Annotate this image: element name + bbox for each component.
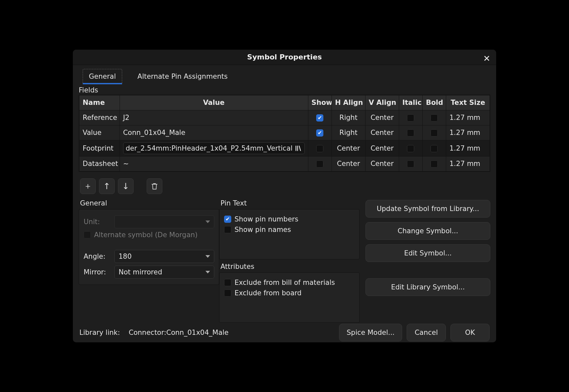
field-name[interactable]: Datasheet — [79, 156, 120, 171]
move-up-button[interactable]: ↑ — [99, 178, 115, 194]
field-bold[interactable] — [422, 140, 446, 156]
table-row[interactable]: Datasheet~CenterCenter1.27 mm — [79, 156, 490, 171]
field-valign[interactable]: Center — [365, 110, 399, 125]
spice-model-button[interactable]: Spice Model... — [339, 324, 402, 341]
italic-checkbox[interactable] — [407, 114, 414, 122]
bold-checkbox[interactable] — [431, 160, 438, 168]
field-italic[interactable] — [399, 156, 422, 171]
show-checkbox[interactable] — [316, 160, 323, 168]
update-symbol-button[interactable]: Update Symbol from Library... — [366, 200, 490, 218]
exclude-bom-label: Exclude from bill of materials — [235, 279, 335, 286]
col-name[interactable]: Name — [79, 95, 120, 110]
angle-label: Angle: — [84, 253, 110, 260]
pintext-panel: Show pin numbers Show pin names — [219, 209, 360, 259]
attributes-panel: Exclude from bill of materials Exclude f… — [219, 272, 360, 323]
italic-checkbox[interactable] — [407, 129, 414, 137]
mirror-label: Mirror: — [84, 268, 110, 276]
exclude-board-label: Exclude from board — [235, 289, 301, 297]
add-row-button[interactable]: ＋ — [80, 178, 96, 194]
attributes-title: Attributes — [220, 263, 360, 270]
bold-checkbox[interactable] — [431, 145, 438, 152]
col-value[interactable]: Value — [120, 95, 308, 110]
field-textsize[interactable]: 1.27 mm — [446, 125, 490, 140]
col-bold[interactable]: Bold — [422, 95, 446, 110]
col-halign[interactable]: H Align — [332, 95, 365, 110]
pintext-title: Pin Text — [220, 199, 360, 207]
mirror-select[interactable]: Not mirrored — [114, 266, 214, 279]
exclude-bom-checkbox[interactable] — [224, 279, 231, 286]
col-textsize[interactable]: Text Size — [446, 95, 490, 110]
ok-button[interactable]: OK — [450, 324, 490, 341]
table-row[interactable]: Footprintader_2.54mm:PinHeader_1x04_P2.5… — [79, 140, 490, 156]
field-bold[interactable] — [422, 110, 446, 125]
bold-checkbox[interactable] — [431, 129, 438, 137]
field-name[interactable]: Footprint — [79, 140, 120, 156]
tab-general[interactable]: General — [83, 69, 122, 84]
general-title: General — [80, 199, 219, 207]
titlebar: Symbol Properties ✕ — [73, 50, 496, 65]
field-valign[interactable]: Center — [365, 156, 399, 171]
fields-table: Name Value Show H Align V Align Italic B… — [79, 95, 490, 172]
tab-alternate-pin-assignments[interactable]: Alternate Pin Assignments — [131, 69, 234, 84]
field-textsize[interactable]: 1.27 mm — [446, 156, 490, 171]
unit-label: Unit: — [84, 218, 110, 226]
tab-alternate-label: Alternate Pin Assignments — [138, 73, 228, 80]
angle-select[interactable]: 180 — [114, 250, 214, 263]
field-name[interactable]: Reference — [79, 110, 120, 125]
field-show[interactable] — [308, 156, 332, 171]
field-valign[interactable]: Center — [365, 125, 399, 140]
field-name[interactable]: Value — [79, 125, 120, 140]
show-checkbox[interactable] — [316, 145, 323, 152]
field-value[interactable]: J2 — [120, 110, 308, 125]
col-valign[interactable]: V Align — [365, 95, 399, 110]
field-show[interactable] — [308, 110, 332, 125]
change-symbol-button[interactable]: Change Symbol... — [366, 222, 490, 240]
italic-checkbox[interactable] — [407, 160, 414, 168]
exclude-board-checkbox[interactable] — [224, 289, 231, 297]
show-pin-names-label: Show pin names — [235, 226, 291, 234]
field-halign[interactable]: Center — [332, 156, 365, 171]
show-pin-numbers-checkbox[interactable] — [224, 216, 231, 223]
field-bold[interactable] — [422, 125, 446, 140]
edit-symbol-button[interactable]: Edit Symbol... — [366, 244, 490, 262]
field-value[interactable]: Conn_01x04_Male — [120, 125, 308, 140]
field-bold[interactable] — [422, 156, 446, 171]
field-value[interactable]: ader_2.54mm:PinHeader_1x04_P2.54mm_Verti… — [120, 140, 308, 156]
show-pin-names-checkbox[interactable] — [224, 226, 231, 233]
field-show[interactable] — [308, 125, 332, 140]
mirror-value: Not mirrored — [119, 268, 162, 276]
col-italic[interactable]: Italic — [399, 95, 422, 110]
field-textsize[interactable]: 1.27 mm — [446, 140, 490, 156]
italic-checkbox[interactable] — [407, 145, 414, 152]
col-show[interactable]: Show — [308, 95, 332, 110]
unit-select[interactable] — [114, 215, 214, 228]
delete-row-button[interactable] — [147, 178, 162, 194]
footprint-input[interactable]: ader_2.54mm:PinHeader_1x04_P2.54mm_Verti… — [123, 142, 305, 154]
field-italic[interactable] — [399, 110, 422, 125]
field-halign[interactable]: Right — [332, 125, 365, 140]
field-show[interactable] — [308, 140, 332, 156]
cancel-button[interactable]: Cancel — [407, 324, 446, 341]
chevron-down-icon — [205, 255, 210, 258]
show-checkbox[interactable] — [316, 129, 323, 137]
field-halign[interactable]: Right — [332, 110, 365, 125]
field-value[interactable]: ~ — [120, 156, 308, 171]
move-down-button[interactable]: ↓ — [118, 178, 134, 194]
alternate-symbol-checkbox[interactable] — [84, 231, 91, 238]
table-row[interactable]: ValueConn_01x04_MaleRightCenter1.27 mm — [79, 125, 490, 140]
chevron-down-icon — [205, 271, 210, 273]
library-link-label: Library link: — [79, 329, 120, 336]
field-halign[interactable]: Center — [332, 140, 365, 156]
bold-checkbox[interactable] — [431, 114, 438, 122]
library-browser-icon[interactable] — [295, 145, 302, 152]
fields-label: Fields — [79, 86, 490, 94]
field-italic[interactable] — [399, 125, 422, 140]
field-valign[interactable]: Center — [365, 140, 399, 156]
show-checkbox[interactable] — [316, 114, 323, 122]
field-italic[interactable] — [399, 140, 422, 156]
close-icon[interactable]: ✕ — [483, 54, 490, 63]
table-row[interactable]: ReferenceJ2RightCenter1.27 mm — [79, 110, 490, 125]
footprint-value: ader_2.54mm:PinHeader_1x04_P2.54mm_Verti… — [126, 144, 293, 152]
field-textsize[interactable]: 1.27 mm — [446, 110, 490, 125]
edit-library-symbol-button[interactable]: Edit Library Symbol... — [366, 278, 490, 296]
